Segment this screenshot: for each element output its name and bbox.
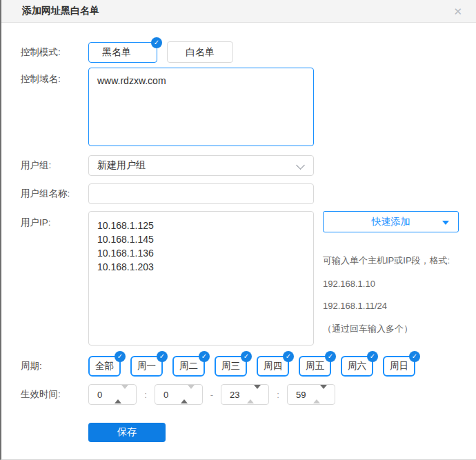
- arrow-down-icon[interactable]: [320, 385, 327, 399]
- user-group-name-input[interactable]: [88, 183, 314, 204]
- period-toggle-label: 周三: [221, 360, 240, 372]
- start-hour-stepper[interactable]: 0: [88, 384, 137, 405]
- ip-help-line: 可输入单个主机IP或IP段，格式:: [323, 254, 459, 267]
- check-badge-icon: ✓: [325, 351, 336, 362]
- period-toggle-label: 全部: [95, 360, 114, 372]
- time-colon-separator: :: [275, 390, 281, 400]
- user-ip-textarea[interactable]: 10.168.1.125 10.168.1.145 10.168.1.136 1…: [88, 211, 314, 346]
- control-domain-label: 控制域名:: [21, 68, 88, 86]
- ip-help-example-2: 192.168.1.11/24: [323, 301, 459, 311]
- period-toggle-label: 周四: [264, 360, 282, 372]
- check-badge-icon: ✓: [409, 351, 420, 362]
- period-toggle-fri[interactable]: 周五 ✓: [299, 356, 331, 377]
- dialog-title: 添加网址黑白名单: [22, 5, 99, 17]
- save-button[interactable]: 保存: [88, 423, 166, 442]
- chevron-down-icon: [296, 161, 305, 170]
- period-toggle-label: 周一: [137, 360, 156, 372]
- check-badge-icon: ✓: [157, 351, 168, 362]
- user-ip-label: 用户IP:: [21, 211, 88, 229]
- end-hour-value: 23: [230, 390, 239, 400]
- period-row: 周期: 全部 ✓ 周一 ✓ 周二 ✓ 周三 ✓ 周四 ✓ 周五: [21, 356, 459, 377]
- period-toggle-label: 周二: [179, 360, 198, 372]
- period-label: 周期:: [21, 360, 88, 372]
- stepper-arrows-icon[interactable]: [247, 389, 261, 399]
- arrow-up-icon: [247, 389, 254, 403]
- start-minute-value: 0: [163, 390, 168, 400]
- period-toggle-sat[interactable]: 周六 ✓: [341, 356, 373, 377]
- arrow-up-icon: [313, 389, 320, 403]
- period-toggle-tue[interactable]: 周二 ✓: [172, 356, 205, 377]
- user-group-selected-value: 新建用户组: [97, 159, 146, 172]
- stepper-arrows-icon[interactable]: [181, 389, 195, 399]
- dialog-titlebar: 添加网址黑白名单 ✕: [1, 0, 476, 23]
- close-icon[interactable]: ✕: [450, 5, 465, 18]
- whitelist-toggle-button[interactable]: 白名单: [167, 41, 233, 63]
- user-group-row: 用户组: 新建用户组: [21, 155, 459, 176]
- stepper-arrows-icon[interactable]: [313, 389, 327, 399]
- user-group-name-label: 用户组名称:: [21, 188, 88, 200]
- time-colon-separator: :: [142, 390, 149, 400]
- effective-time-row: 生效时间: 0 : 0 - 23: [21, 384, 459, 405]
- stepper-arrows-icon[interactable]: [115, 389, 128, 399]
- start-minute-stepper[interactable]: 0: [155, 384, 203, 405]
- control-domain-row: 控制域名: www.rdzxw.com: [21, 68, 459, 146]
- arrow-up-icon[interactable]: [181, 389, 188, 403]
- whitelist-toggle-label: 白名单: [186, 46, 215, 59]
- user-group-label: 用户组:: [21, 159, 88, 172]
- user-ip-row: 用户IP: 10.168.1.125 10.168.1.145 10.168.1…: [21, 211, 459, 346]
- end-hour-stepper[interactable]: 23: [221, 384, 269, 405]
- check-badge-icon: ✓: [241, 351, 252, 362]
- control-mode-row: 控制模式: 黑名单 ✓ 白名单: [21, 41, 459, 63]
- blacklist-toggle-label: 黑名单: [102, 46, 131, 59]
- check-badge-icon: ✓: [367, 351, 378, 362]
- period-toggle-label: 周日: [390, 360, 408, 372]
- control-mode-label: 控制模式:: [21, 46, 88, 59]
- user-ip-side-panel: 快速添加 可输入单个主机IP或IP段，格式: 192.168.1.10 192.…: [323, 211, 459, 335]
- caret-down-icon: [442, 221, 449, 225]
- start-hour-value: 0: [97, 390, 102, 400]
- dialog-form: 控制模式: 黑名单 ✓ 白名单 控制域名: www.rdzxw.com 用户组:…: [1, 23, 476, 442]
- blacklist-toggle-button[interactable]: 黑名单 ✓: [88, 42, 157, 63]
- quick-add-button[interactable]: 快速添加: [323, 211, 459, 232]
- ip-help-line: （通过回车输入多个）: [323, 323, 459, 335]
- user-group-select[interactable]: 新建用户组: [88, 155, 314, 176]
- period-toggle-wed[interactable]: 周三 ✓: [215, 356, 247, 377]
- add-url-blacklist-dialog: 添加网址黑白名单 ✕ 控制模式: 黑名单 ✓ 白名单 控制域名: www.rdz…: [0, 0, 476, 460]
- period-toggle-label: 周六: [348, 360, 366, 372]
- period-toggle-label: 周五: [306, 360, 324, 372]
- arrow-down-icon: [188, 385, 195, 399]
- check-badge-icon: ✓: [115, 351, 126, 362]
- end-minute-stepper[interactable]: 59: [287, 384, 335, 405]
- period-toggle-all[interactable]: 全部 ✓: [88, 356, 121, 377]
- check-badge-icon: ✓: [151, 37, 162, 48]
- quick-add-label: 快速添加: [372, 216, 410, 228]
- ip-help-example-1: 192.168.1.10: [323, 279, 459, 289]
- arrow-down-icon: [121, 385, 128, 399]
- check-badge-icon: ✓: [283, 351, 294, 362]
- period-toggle-mon[interactable]: 周一 ✓: [130, 356, 163, 377]
- control-domain-textarea[interactable]: www.rdzxw.com: [88, 68, 314, 146]
- user-group-name-row: 用户组名称:: [21, 183, 459, 204]
- arrow-down-icon[interactable]: [254, 385, 261, 399]
- check-badge-icon: ✓: [199, 351, 210, 362]
- time-range-dash: -: [208, 390, 215, 400]
- period-toggle-sun[interactable]: 周日 ✓: [383, 356, 415, 377]
- period-toggle-thu[interactable]: 周四 ✓: [257, 356, 289, 377]
- effective-time-label: 生效时间:: [21, 388, 88, 401]
- ip-format-help: 可输入单个主机IP或IP段，格式: 192.168.1.10 192.168.1…: [323, 254, 459, 335]
- end-minute-value: 59: [296, 390, 306, 400]
- arrow-up-icon[interactable]: [115, 389, 121, 403]
